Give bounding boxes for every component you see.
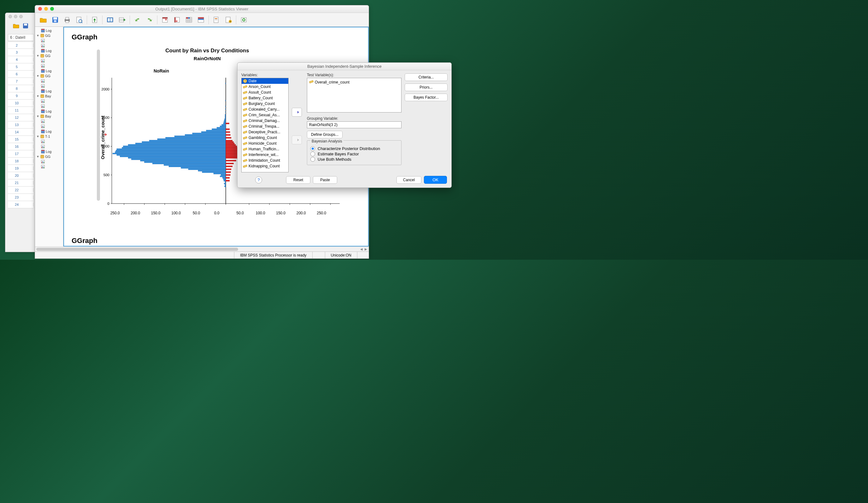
radio-icon[interactable]: [310, 157, 315, 162]
outline-item[interactable]: Log: [35, 48, 62, 53]
outline-item[interactable]: [35, 58, 62, 63]
help-button[interactable]: ?: [255, 177, 262, 184]
variable-item[interactable]: Date: [241, 78, 288, 84]
row-header[interactable]: 8: [8, 85, 34, 92]
print-button[interactable]: [62, 15, 72, 25]
outline-item[interactable]: Log: [35, 149, 62, 154]
variable-item[interactable]: Colcealed_Carry...: [241, 106, 288, 112]
row-header[interactable]: 24: [8, 201, 34, 208]
outline-group[interactable]: ▼GG: [35, 33, 62, 38]
variable-item[interactable]: Human_Trafficin...: [241, 146, 288, 152]
radio-posterior[interactable]: Characterize Posterior Distribution: [310, 146, 398, 151]
row-header[interactable]: 4: [8, 56, 34, 63]
variable-item[interactable]: Homicide_Count: [241, 140, 288, 146]
paste-button[interactable]: Paste: [313, 176, 337, 184]
grouping-variable-input[interactable]: [307, 121, 402, 128]
variable-item[interactable]: Interference_wit...: [241, 152, 288, 158]
variable-item[interactable]: Battery_Count: [241, 95, 288, 101]
save-button[interactable]: [50, 15, 60, 25]
radio-icon[interactable]: [310, 151, 315, 156]
outline-item[interactable]: [35, 124, 62, 129]
variable-item[interactable]: Arson_Count: [241, 84, 288, 90]
row-header[interactable]: 14: [8, 128, 34, 136]
goto-data-button[interactable]: [117, 15, 127, 25]
outline-item[interactable]: [35, 144, 62, 149]
minimize-icon[interactable]: [44, 7, 48, 11]
scroll-left-icon[interactable]: ◀: [359, 248, 364, 251]
row-header[interactable]: 6: [8, 71, 34, 78]
outline-item[interactable]: [35, 63, 62, 69]
outline-item[interactable]: [35, 164, 62, 169]
test-variable-item[interactable]: Overall_crime_count: [308, 79, 401, 85]
radio-bayes-factor[interactable]: Estimate Bayes Factor: [310, 151, 398, 156]
dialog-titlebar[interactable]: Bayesian Independent-Sample Inference: [238, 63, 451, 70]
ok-button[interactable]: OK: [424, 176, 447, 184]
outline-item[interactable]: Log: [35, 28, 62, 33]
row-header[interactable]: 11: [8, 107, 34, 114]
outline-item[interactable]: [35, 139, 62, 144]
row-header[interactable]: 7: [8, 78, 34, 85]
row-header[interactable]: 9: [8, 92, 34, 99]
save-icon[interactable]: [21, 21, 30, 30]
insert-text-button[interactable]: [223, 15, 234, 25]
row-header[interactable]: 5: [8, 63, 34, 71]
row-header[interactable]: 19: [8, 165, 34, 172]
dialog-recall-button[interactable]: [105, 15, 115, 25]
outline-item[interactable]: Log: [35, 109, 62, 114]
row-header[interactable]: 13: [8, 121, 34, 128]
bayes-factor-button[interactable]: Bayes Factor...: [405, 94, 447, 101]
goto-variable-button[interactable]: [172, 15, 182, 25]
outline-pane[interactable]: Log▼GGLog▼GGLog▼GGLog▼BayLog▼BayLog▼T-1L…: [35, 27, 63, 247]
variable-item[interactable]: Gambling_Count: [241, 135, 288, 140]
variable-item[interactable]: Crim_Sexual_As...: [241, 112, 288, 118]
variable-item[interactable]: Assult_Count: [241, 90, 288, 95]
insert-heading-button[interactable]: [211, 15, 221, 25]
export-button[interactable]: [90, 15, 100, 25]
traffic-lights[interactable]: [38, 7, 54, 11]
criteria-button[interactable]: Criteria...: [405, 73, 447, 81]
maximize-icon[interactable]: [50, 7, 54, 11]
priors-button[interactable]: Priors...: [405, 84, 447, 91]
test-variables-list[interactable]: Overall_crime_count: [307, 78, 402, 113]
outline-item[interactable]: Log: [35, 88, 62, 94]
variables-list[interactable]: DateArson_CountAssult_CountBattery_Count…: [241, 78, 289, 172]
row-header[interactable]: 16: [8, 143, 34, 150]
variable-item[interactable]: Deceptive_Practi...: [241, 129, 288, 135]
outline-group[interactable]: ▼GG: [35, 73, 62, 78]
outline-item[interactable]: [35, 43, 62, 48]
outline-item[interactable]: Log: [35, 129, 62, 134]
outline-item[interactable]: [35, 84, 62, 88]
outline-group[interactable]: ▼Bay: [35, 94, 62, 99]
variables-button[interactable]: [184, 15, 194, 25]
variable-item[interactable]: Intimidation_Count: [241, 158, 288, 163]
select-button[interactable]: [196, 15, 206, 25]
outline-group[interactable]: ▼T-1: [35, 134, 62, 139]
row-header[interactable]: 12: [8, 114, 34, 121]
scrollbar-thumb[interactable]: [36, 248, 238, 251]
outline-item[interactable]: [35, 159, 62, 164]
bayesian-dialog[interactable]: Bayesian Independent-Sample Inference Va…: [237, 62, 452, 188]
row-header[interactable]: 18: [8, 158, 34, 165]
outline-item[interactable]: [35, 104, 62, 109]
redo-button[interactable]: [144, 15, 155, 25]
scroll-right-icon[interactable]: ▶: [364, 248, 368, 251]
outline-item[interactable]: [35, 119, 62, 124]
reset-button[interactable]: Reset: [286, 176, 310, 184]
outline-item[interactable]: [35, 38, 62, 43]
define-groups-button[interactable]: Define Groups...: [307, 131, 342, 138]
radio-both[interactable]: Use Both Methods: [310, 157, 398, 162]
row-header[interactable]: 20: [8, 172, 34, 179]
row-header[interactable]: 21: [8, 179, 34, 187]
row-header[interactable]: 10: [8, 99, 34, 107]
print-preview-button[interactable]: [74, 15, 84, 25]
outline-item[interactable]: [35, 78, 62, 84]
variable-item[interactable]: Criminal_Damag...: [241, 118, 288, 124]
titlebar[interactable]: Output1 [Document1] - IBM SPSS Statistic…: [35, 6, 369, 13]
move-to-test-button[interactable]: [292, 108, 302, 117]
designate-window-button[interactable]: [239, 15, 249, 25]
horizontal-scrollbar[interactable]: ◀ ▶: [35, 247, 369, 251]
variable-item[interactable]: Burglary_Count: [241, 101, 288, 106]
row-header[interactable]: 23: [8, 194, 34, 201]
cancel-button[interactable]: Cancel: [396, 176, 421, 184]
radio-icon[interactable]: [310, 146, 315, 151]
